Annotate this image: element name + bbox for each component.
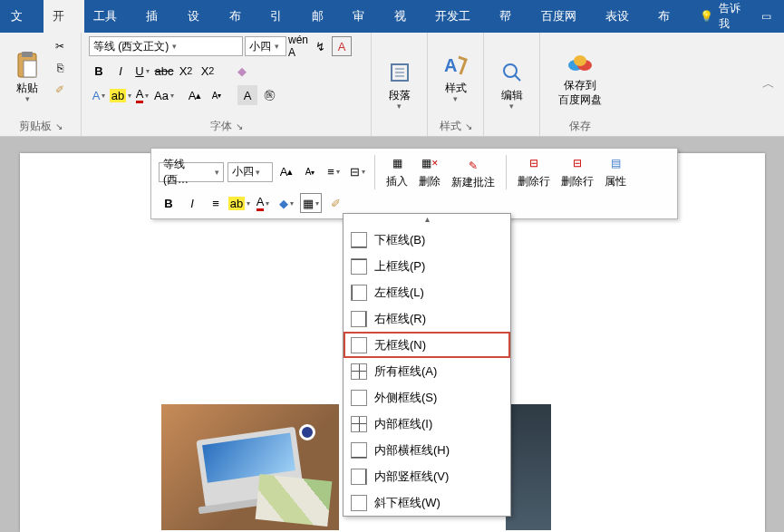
border-preview-icon: [351, 469, 367, 485]
menu-review[interactable]: 审阅: [344, 0, 385, 33]
enclose-char-button[interactable]: ㊩: [259, 85, 279, 105]
border-option-label: 内部横框线(H): [374, 442, 450, 459]
menu-file[interactable]: 文件: [2, 0, 44, 33]
shrink-font-button[interactable]: ↯: [310, 36, 330, 56]
border-option-6[interactable]: 外侧框线(S): [344, 384, 510, 411]
char-shading-button[interactable]: Aa: [154, 85, 174, 105]
font-size-combo[interactable]: 小四▾: [245, 36, 286, 56]
border-option-7[interactable]: 内部框线(I): [344, 411, 510, 437]
save-to-baidu-button[interactable]: 保存到 百度网盘: [553, 36, 607, 117]
border-option-label: 左框线(L): [374, 285, 424, 301]
superscript-button[interactable]: X2: [198, 61, 218, 81]
styles-dialog-launcher[interactable]: ↘: [465, 121, 472, 131]
ribbon-group-styles: A 样式 ▾ 样式 ↘: [428, 33, 484, 136]
menu-devtools[interactable]: 开发工具: [426, 0, 490, 33]
font-color-button[interactable]: A: [132, 85, 152, 105]
font-dialog-launcher[interactable]: ↘: [236, 121, 243, 131]
menu-view[interactable]: 视图: [385, 0, 427, 33]
border-option-4[interactable]: 无框线(N): [344, 332, 510, 358]
highlight-button[interactable]: ab: [111, 85, 131, 105]
border-option-3[interactable]: 右框线(R): [344, 305, 510, 332]
grow-font-button[interactable]: wénA: [288, 36, 308, 56]
clipboard-dialog-launcher[interactable]: ↘: [55, 121, 63, 131]
increase-font-button[interactable]: A▴: [185, 85, 205, 105]
mini-border-button[interactable]: ▦: [300, 193, 322, 213]
italic-button[interactable]: I: [111, 61, 131, 81]
mini-props-label: 属性: [605, 174, 626, 189]
mini-italic-button[interactable]: I: [182, 193, 202, 213]
svg-point-8: [504, 64, 517, 77]
menu-mail[interactable]: 邮件: [303, 0, 344, 33]
border-preview-icon: [351, 363, 367, 380]
editing-button[interactable]: 编辑 ▾: [492, 36, 532, 132]
menu-table-design[interactable]: 表设计: [596, 0, 649, 33]
ribbon-display-icon[interactable]: ▭: [750, 10, 782, 23]
border-option-1[interactable]: 上框线(P): [344, 253, 510, 279]
mini-painter-button[interactable]: ✐: [325, 193, 345, 213]
styles-button[interactable]: A 样式 ▾: [436, 36, 476, 117]
font-name-value: 等线 (西文正文): [93, 39, 169, 54]
mini-highlight-button[interactable]: ab: [229, 193, 249, 213]
tellme[interactable]: 💡 告诉我: [700, 1, 750, 32]
menu-help[interactable]: 帮助: [490, 0, 532, 33]
decrease-font-button[interactable]: A▾: [207, 85, 227, 105]
mini-font-combo[interactable]: 等线 (西…▾: [159, 162, 224, 182]
paragraph-button[interactable]: 段落 ▾: [380, 36, 420, 132]
paste-icon: [13, 51, 42, 80]
cut-button[interactable]: ✂: [49, 36, 71, 56]
caret-down-icon: ▾: [397, 102, 402, 111]
menu-insert[interactable]: 插入: [137, 0, 179, 33]
mini-shrink-button[interactable]: A▾: [300, 162, 320, 182]
mini-align-button[interactable]: ≡: [206, 193, 226, 213]
tellme-label: 告诉我: [719, 1, 750, 32]
border-option-label: 下框线(B): [374, 232, 425, 248]
mini-props-button[interactable]: ▤属性: [601, 154, 630, 189]
mini-insert-button[interactable]: ▦插入: [382, 154, 411, 189]
mini-bullet-button[interactable]: ≡: [324, 162, 344, 182]
border-option-8[interactable]: 内部横框线(H): [344, 437, 510, 463]
mini-fontcolor-button[interactable]: A: [253, 193, 273, 213]
mini-bold-button[interactable]: B: [159, 193, 179, 213]
bold-button[interactable]: B: [89, 61, 109, 81]
strike-button[interactable]: abc: [154, 61, 174, 81]
border-option-10[interactable]: 斜下框线(W): [344, 489, 510, 516]
menu-layout[interactable]: 布局: [220, 0, 262, 33]
mini-del-row1-button[interactable]: ⊟删除行: [514, 154, 554, 189]
mini-shading-button[interactable]: ◆: [276, 193, 296, 213]
format-painter-button[interactable]: ✐: [49, 80, 71, 100]
text-effect-button[interactable]: A: [89, 85, 109, 105]
menu-layout2[interactable]: 布局: [649, 0, 691, 33]
mini-del-row2-button[interactable]: ⊟删除行: [557, 154, 597, 189]
mini-delete-button[interactable]: ▦✕删除: [415, 154, 444, 189]
svg-line-9: [515, 75, 520, 81]
mini-number-button[interactable]: ⊟: [347, 162, 367, 182]
mini-grow-button[interactable]: A▴: [276, 162, 296, 182]
border-option-0[interactable]: 下框线(B): [344, 227, 510, 253]
save-label-2: 百度网盘: [558, 93, 602, 106]
border-option-5[interactable]: 所有框线(A): [344, 358, 510, 384]
mini-size-value: 小四: [232, 164, 254, 179]
scroll-up-button[interactable]: ▴: [344, 214, 510, 227]
font-group-label: 字体: [210, 119, 232, 134]
subscript-button[interactable]: X2: [176, 61, 196, 81]
mini-size-combo[interactable]: 小四▾: [227, 162, 273, 182]
border-option-9[interactable]: 内部竖框线(V): [344, 463, 510, 489]
menu-references[interactable]: 引用: [261, 0, 303, 33]
paste-button[interactable]: 粘贴 ▾: [7, 36, 47, 117]
change-case-button[interactable]: A: [332, 36, 352, 56]
char-border-button[interactable]: A: [237, 85, 257, 105]
menu-home[interactable]: 开始: [44, 0, 85, 33]
menu-baidu[interactable]: 百度网盘: [532, 0, 596, 33]
save-label-1: 保存到: [564, 79, 596, 92]
underline-button[interactable]: U: [132, 61, 152, 81]
mini-new-comment-button[interactable]: ✎新建批注: [448, 157, 498, 188]
mini-del-row2-label: 删除行: [561, 174, 594, 189]
border-option-2[interactable]: 左框线(L): [344, 279, 510, 305]
ribbon-collapse-button[interactable]: ︿: [762, 76, 775, 92]
border-preview-icon: [351, 495, 367, 511]
menu-toolbox[interactable]: 工具箱: [84, 0, 137, 33]
font-name-combo[interactable]: 等线 (西文正文)▾: [89, 36, 243, 56]
copy-button[interactable]: ⎘: [49, 58, 71, 78]
menu-design[interactable]: 设计: [179, 0, 220, 33]
clear-format-button[interactable]: ◆: [232, 61, 252, 81]
